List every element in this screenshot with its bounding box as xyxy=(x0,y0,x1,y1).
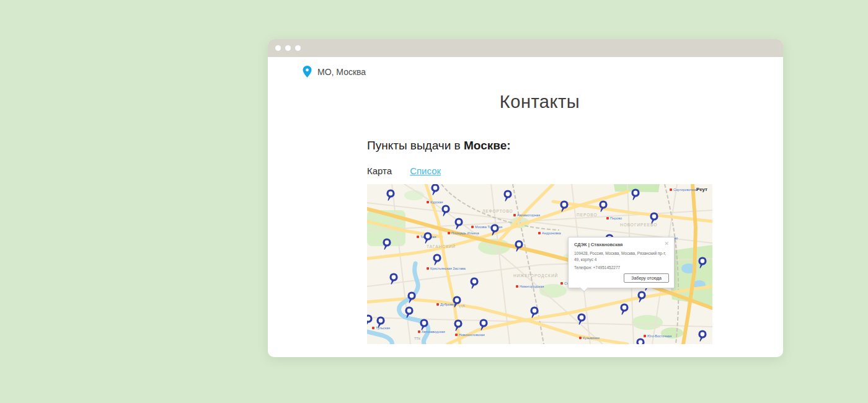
map-pin-icon[interactable] xyxy=(376,316,385,328)
map-pin-icon[interactable] xyxy=(407,291,416,303)
section-prefix: Пункты выдачи в xyxy=(367,139,464,152)
section-heading: Пункты выдачи в Москве: xyxy=(367,139,712,153)
map-pin-icon[interactable] xyxy=(386,189,395,201)
map-station-label: Авиамоторная xyxy=(513,213,540,217)
map-pin-icon[interactable] xyxy=(454,218,463,229)
map-pin-icon[interactable] xyxy=(515,240,523,252)
map-pin-icon[interactable] xyxy=(389,273,398,285)
page-title: Контакты xyxy=(367,92,712,112)
map-pin-icon[interactable] xyxy=(405,306,414,318)
location-selector[interactable]: МО, Москва xyxy=(303,66,783,78)
map-pin-icon[interactable] xyxy=(503,190,512,202)
metro-icon xyxy=(418,330,420,333)
tab-map[interactable]: Карта xyxy=(367,166,392,176)
map-pin-icon[interactable] xyxy=(698,257,707,268)
window-dot[interactable] xyxy=(275,45,281,51)
metro-icon xyxy=(644,335,646,337)
map-station-label: Курская xyxy=(427,200,443,204)
map-station-label: Нижегородская xyxy=(516,285,544,288)
map-area-label: ЛЕФОРТОВО xyxy=(482,209,513,213)
map-pin-icon[interactable] xyxy=(433,254,441,265)
map-pin-icon[interactable] xyxy=(620,303,629,315)
map-station-label: Площадь Ильича xyxy=(448,231,479,235)
map-station-label: Андроновка xyxy=(538,231,561,235)
metro-icon xyxy=(427,201,429,203)
metro-icon xyxy=(606,217,609,219)
map-city-label: Реут xyxy=(696,187,707,192)
map-pin-icon[interactable] xyxy=(453,296,461,308)
map-station-label: Кузьминки xyxy=(579,336,600,340)
map-pin-icon[interactable] xyxy=(577,313,586,325)
popup-address: 109428, Россия, Москва, Москва, Рязански… xyxy=(574,250,669,263)
metro-icon xyxy=(448,232,450,234)
map-pin-icon[interactable] xyxy=(441,205,450,216)
map-pin-icon[interactable] xyxy=(479,319,488,330)
map-station-label: Сортировочная xyxy=(670,188,698,192)
map-pin-icon[interactable] xyxy=(431,184,440,195)
location-label: МО, Москва xyxy=(317,67,366,77)
map-pin-icon[interactable] xyxy=(454,319,463,331)
popup-close-icon[interactable]: ✕ xyxy=(664,242,669,246)
window-titlebar xyxy=(268,39,783,57)
map-pin-icon[interactable] xyxy=(650,212,658,224)
map-pin-icon[interactable] xyxy=(599,200,608,212)
map-pin-icon[interactable] xyxy=(367,314,373,326)
pickup-point-popup: СДЭК | Стахановская ✕ 109428, Россия, Мо… xyxy=(568,237,675,288)
tab-list-link[interactable]: Список xyxy=(410,166,441,176)
location-pin-icon xyxy=(303,66,312,78)
metro-icon xyxy=(516,285,518,288)
pickup-points-map[interactable]: ЛЕФОРТОВОПЕРОВОНОВОГИРЕЕВОТАГАНСКИЙНИЖЕГ… xyxy=(367,184,712,344)
map-pin-icon[interactable] xyxy=(530,306,539,318)
map-pin-icon[interactable] xyxy=(560,200,569,212)
map-station-label: Перово xyxy=(606,216,622,220)
pickup-here-button[interactable]: Заберу отсюда xyxy=(624,273,669,283)
popup-phone: Телефон: +74951452277 xyxy=(574,265,669,270)
metro-icon xyxy=(372,327,374,329)
map-pin-icon[interactable] xyxy=(490,224,499,236)
map-pin-icon[interactable] xyxy=(420,319,428,330)
map-station-label: Крестьянская Застава xyxy=(427,267,466,270)
metro-icon xyxy=(560,282,563,285)
map-station-label: Новохохловская xyxy=(455,333,485,337)
map-station-label: Юго-Восточная xyxy=(644,334,671,338)
map-pin-icon[interactable] xyxy=(637,291,646,303)
map-pin-icon[interactable] xyxy=(631,188,640,200)
section-city: Москве: xyxy=(464,139,511,152)
metro-icon xyxy=(436,303,439,306)
map-pin-icon[interactable] xyxy=(383,238,391,250)
metro-icon xyxy=(579,337,582,339)
metro-icon xyxy=(513,214,516,216)
window-dot[interactable] xyxy=(285,45,291,51)
map-area-label: НИЖЕГОРОДСКИЙ xyxy=(513,273,558,278)
map-pin-icon[interactable] xyxy=(698,330,707,342)
map-pin-icon[interactable] xyxy=(470,277,479,289)
map-pin-icon[interactable] xyxy=(423,232,432,244)
metro-icon xyxy=(471,226,474,228)
popup-title: СДЭК | Стахановская xyxy=(574,242,622,247)
window-dot[interactable] xyxy=(295,45,301,51)
metro-icon xyxy=(417,236,419,238)
metro-icon xyxy=(670,188,672,191)
map-area-label: ПЕРОВО xyxy=(577,213,597,217)
metro-icon xyxy=(538,232,541,234)
metro-icon xyxy=(455,334,458,336)
map-area-label: ТАГАНСКИЙ xyxy=(427,244,456,249)
browser-window: МО, Москва Контакты Пункты выдачи в Моск… xyxy=(268,39,783,357)
metro-icon xyxy=(427,267,429,270)
map-pin-icon[interactable] xyxy=(636,338,645,344)
view-tabs: Карта Список xyxy=(367,166,712,176)
map-road-label: ТТК xyxy=(414,337,420,340)
